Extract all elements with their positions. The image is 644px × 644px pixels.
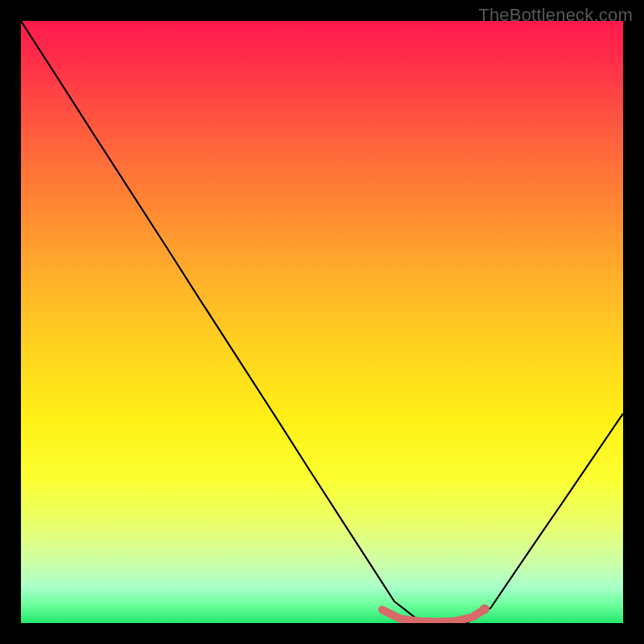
sweet-spot-marker	[382, 609, 485, 622]
watermark-text: TheBottleneck.com	[478, 5, 633, 26]
bottleneck-curve	[21, 21, 623, 623]
chart-svg	[21, 21, 623, 623]
plot-area	[21, 21, 623, 623]
sweet-spot-end-dot	[480, 605, 489, 614]
